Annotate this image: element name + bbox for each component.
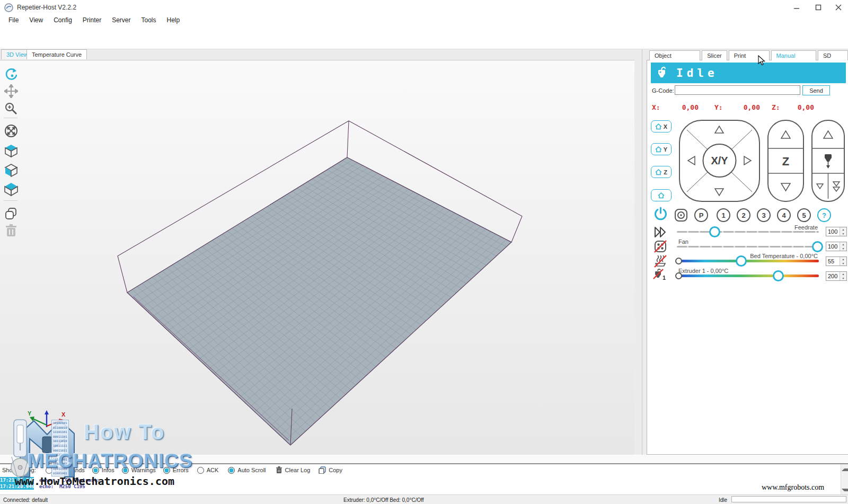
- tab-slicer[interactable]: Slicer: [702, 50, 727, 60]
- log-entry[interactable]: 17:21:20.949 echo: M250 C195: [0, 483, 841, 490]
- delete-object-button: [3, 223, 19, 238]
- log-entry[interactable]: 17:21:20.949 echo: ; LCD Contrast:: [0, 477, 841, 483]
- menu-file[interactable]: File: [3, 15, 24, 25]
- rotate-view-button[interactable]: [3, 66, 19, 82]
- tab-manual-control[interactable]: Manual Control: [771, 50, 816, 60]
- gcode-input[interactable]: [675, 85, 800, 95]
- feedrate-knob[interactable]: [709, 226, 720, 237]
- menu-view[interactable]: View: [24, 15, 48, 25]
- menu-tools[interactable]: Tools: [136, 15, 162, 25]
- filter-ack-label[interactable]: ACK: [207, 467, 219, 473]
- home-z-button[interactable]: Z: [651, 166, 672, 178]
- feedrate-slider[interactable]: [677, 231, 819, 233]
- filter-commands-radio[interactable]: [46, 467, 52, 474]
- home-icon: [655, 169, 662, 175]
- spinner-arrows[interactable]: ▲▼: [840, 257, 846, 266]
- printer-status-text: Idle: [676, 67, 718, 79]
- filter-errors-label[interactable]: Errors: [173, 467, 189, 473]
- menu-printer[interactable]: Printer: [77, 15, 107, 25]
- window-title: Repetier-Host V2.2.2: [17, 4, 76, 11]
- top-view-button[interactable]: [3, 181, 19, 197]
- home-all-button[interactable]: [651, 189, 672, 201]
- clear-log-icon[interactable]: [276, 466, 282, 474]
- close-button[interactable]: [828, 0, 848, 15]
- z-jog-pad[interactable]: Z: [767, 119, 805, 202]
- maximize-icon: [815, 4, 822, 11]
- y-value: 0,00: [726, 103, 760, 111]
- copy-label[interactable]: Copy: [329, 467, 342, 473]
- filter-warnings-radio[interactable]: [122, 467, 129, 474]
- fan-value[interactable]: 100 ▲▼: [826, 242, 847, 251]
- home-icon: [658, 192, 665, 199]
- spinner-arrows[interactable]: ▲▼: [840, 227, 846, 236]
- extruder-temp-slider[interactable]: [677, 275, 819, 277]
- preset-2-button[interactable]: 2: [737, 208, 750, 222]
- motor-off-button[interactable]: [674, 208, 688, 222]
- fan-slider[interactable]: [677, 246, 819, 247]
- fan-knob[interactable]: [812, 241, 823, 252]
- preset-4-button[interactable]: 4: [777, 208, 791, 222]
- spinner-arrows[interactable]: ▲▼: [840, 272, 846, 280]
- home-x-button[interactable]: X: [651, 120, 672, 132]
- filter-infos-label[interactable]: Infos: [102, 467, 114, 473]
- print-bed-3d: [0, 60, 634, 455]
- rotate-icon: [4, 67, 19, 82]
- tab-temperature-curve[interactable]: Temperature Curve: [26, 49, 87, 59]
- preset-3-button[interactable]: 3: [757, 208, 771, 222]
- menu-server[interactable]: Server: [107, 15, 136, 25]
- extruder-jog-pad[interactable]: [811, 119, 845, 202]
- menu-config[interactable]: Config: [48, 15, 77, 25]
- tab-object-placement[interactable]: Object Placement: [649, 50, 700, 60]
- filter-commands-label[interactable]: Commands: [55, 467, 85, 473]
- autoscroll-label[interactable]: Auto Scroll: [237, 467, 266, 473]
- fit-view-button[interactable]: [3, 123, 19, 139]
- duplicate-object-button[interactable]: [3, 206, 19, 222]
- preset-p-button[interactable]: P: [694, 208, 708, 222]
- log-list[interactable]: 17:21:20.949 echo: ; LCD Contrast: 17:21…: [0, 476, 841, 494]
- progress-bar: [731, 496, 846, 502]
- printer-state: Idle: [719, 497, 727, 503]
- x-label: X:: [652, 103, 664, 111]
- zoom-view-button[interactable]: [3, 101, 19, 117]
- home-y-button[interactable]: Y: [651, 143, 672, 155]
- bed-temp-knob[interactable]: [736, 255, 747, 267]
- fit-icon: [4, 123, 19, 138]
- feedrate-value[interactable]: 100 ▲▼: [826, 227, 847, 236]
- preset-1-button[interactable]: 1: [717, 208, 730, 222]
- close-icon: [835, 4, 842, 11]
- spinner-arrows[interactable]: ▲▼: [840, 242, 846, 251]
- filter-ack-radio[interactable]: [197, 467, 204, 474]
- send-button[interactable]: Send: [802, 85, 830, 95]
- filter-warnings-label[interactable]: Warnings: [131, 467, 156, 473]
- clear-log-label[interactable]: Clear Log: [285, 467, 311, 473]
- bed-temp-value[interactable]: 55 ▲▼: [826, 257, 847, 266]
- help-button[interactable]: ?: [817, 208, 831, 222]
- move-icon: [4, 84, 18, 98]
- svg-text:Y: Y: [28, 410, 32, 417]
- filter-infos-radio[interactable]: [92, 467, 99, 474]
- menu-help[interactable]: Help: [162, 15, 186, 25]
- scroll-up-arrow[interactable]: [842, 466, 848, 471]
- xy-jog-pad[interactable]: X/Y: [678, 119, 761, 202]
- bed-temp-slider[interactable]: [677, 260, 819, 262]
- log-timestamp: 17:21:20.949: [0, 477, 34, 483]
- autoscroll-radio[interactable]: [228, 467, 235, 474]
- front-view-button[interactable]: [3, 162, 19, 178]
- fan-label: Fan: [678, 238, 688, 245]
- filter-errors-radio[interactable]: [163, 467, 170, 474]
- minimize-button[interactable]: [785, 0, 808, 15]
- extruder-temp-value[interactable]: 200 ▲▼: [826, 271, 847, 281]
- scroll-down-arrow[interactable]: [842, 489, 848, 494]
- maximize-button[interactable]: [809, 0, 828, 15]
- copy-icon[interactable]: [319, 466, 326, 474]
- feedrate-icon: [653, 226, 667, 241]
- power-button[interactable]: [653, 207, 668, 221]
- move-view-button[interactable]: [3, 83, 19, 99]
- preset-5-button[interactable]: 5: [797, 208, 811, 222]
- extruder-temp-knob[interactable]: [773, 270, 784, 281]
- isometric-view-button[interactable]: [3, 143, 19, 158]
- panel-splitter[interactable]: [642, 49, 642, 455]
- log-message: echo: ; LCD Contrast:: [39, 478, 100, 483]
- tab-sd-card[interactable]: SD Card: [818, 50, 848, 60]
- log-splitter[interactable]: [0, 455, 848, 464]
